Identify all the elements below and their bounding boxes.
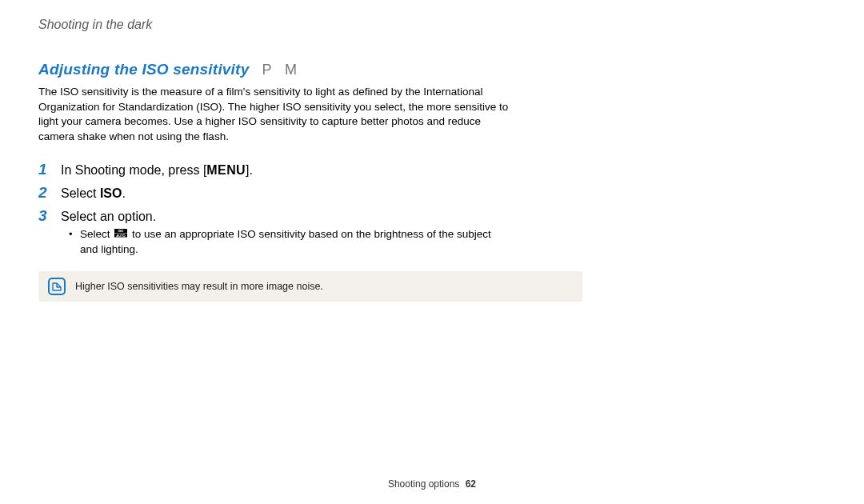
iso-label: ISO [100,186,122,200]
step-text: Select an option. [61,207,509,226]
step-text-post: . [122,186,125,200]
step-text: Select ISO. [61,184,126,202]
step-body: Select an option. Select ISO AUTO to use… [61,207,509,258]
page-number: 62 [466,478,476,490]
svg-text:AUTO: AUTO [117,234,126,238]
svg-text:ISO: ISO [118,229,124,233]
step-list: 1 In Shooting mode, press [MENU]. 2 Sele… [38,161,518,258]
heading-row: Adjusting the ISO sensitivity P M [38,61,826,78]
section-heading: Adjusting the ISO sensitivity [38,61,249,78]
menu-button-label: MENU [206,163,246,177]
note-icon [48,278,66,295]
footer-section: Shooting options [388,478,459,490]
note-text: Higher ISO sensitivities may result in m… [75,281,323,292]
step-number: 2 [38,184,53,202]
step-3: 3 Select an option. Select ISO AUTO to u… [38,207,518,258]
iso-auto-icon: ISO AUTO [114,227,127,242]
step-number: 3 [38,207,53,226]
step-text: In Shooting mode, press [MENU]. [61,161,253,179]
bullet-post: to use an appropriate ISO sensitivity ba… [80,228,491,255]
step-2: 2 Select ISO. [38,184,518,202]
manual-page: Shooting in the dark Adjusting the ISO s… [0,0,864,504]
intro-paragraph: The ISO sensitivity is the measure of a … [38,85,518,145]
step-text-pre: In Shooting mode, press [ [61,163,206,177]
breadcrumb: Shooting in the dark [38,18,826,32]
bullet-pre: Select [80,228,113,240]
mode-indicators: P M [262,62,302,78]
step-text-post: ]. [246,163,253,177]
sub-bullet: Select ISO AUTO to use an appropriate IS… [61,227,509,257]
page-footer: Shooting options 62 [0,478,864,490]
step-1: 1 In Shooting mode, press [MENU]. [38,161,518,179]
info-note: Higher ISO sensitivities may result in m… [38,271,582,302]
step-number: 1 [38,161,53,179]
step-text-pre: Select [61,186,100,200]
